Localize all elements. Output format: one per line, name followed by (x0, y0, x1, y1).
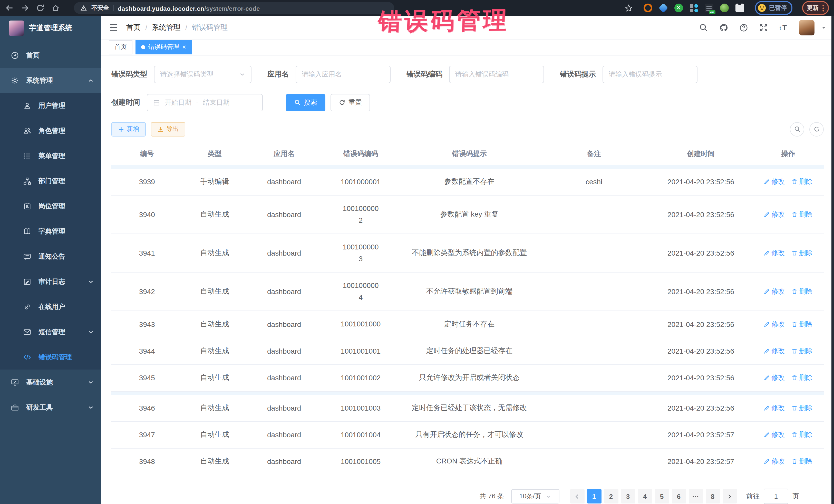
next-page-button[interactable] (722, 489, 737, 503)
goto-page-input[interactable] (764, 489, 788, 504)
sidebar-item-system[interactable]: 系统管理 (0, 68, 101, 93)
edit-link[interactable]: 修改 (764, 177, 785, 187)
table-row[interactable]: 3944 自动生成 dashboard 1001001001 定时任务的处理器已… (111, 338, 824, 365)
extension-gem-icon[interactable] (659, 4, 667, 12)
table-row[interactable]: 3947 自动生成 dashboard 1001001004 只有开启状态的任务… (111, 422, 824, 448)
user-avatar[interactable] (799, 20, 814, 35)
page-number-button[interactable]: 5 (655, 489, 669, 503)
add-button[interactable]: 新增 (111, 122, 146, 136)
hamburger-icon[interactable] (109, 23, 118, 32)
page-number-button[interactable]: ··· (688, 489, 703, 503)
delete-link[interactable]: 删除 (791, 210, 812, 219)
search-button[interactable]: 搜索 (286, 94, 325, 111)
edit-link[interactable]: 修改 (764, 404, 785, 413)
sidebar-item-departments[interactable]: 部门管理 (0, 168, 101, 194)
caret-down-icon[interactable] (821, 25, 826, 30)
table-row[interactable]: 3946 自动生成 dashboard 1001001003 定时任务已经处于该… (111, 395, 824, 421)
sidebar-item-menus[interactable]: 菜单管理 (0, 143, 101, 168)
search-icon[interactable] (699, 23, 708, 32)
page-number-button[interactable]: 2 (604, 489, 618, 503)
github-icon[interactable] (719, 23, 728, 32)
date-range-picker[interactable]: 开始日期 - 结束日期 (147, 94, 263, 111)
extension-tampermonkey-icon[interactable]: on (704, 4, 713, 12)
app-name-input[interactable] (295, 66, 391, 83)
edit-link[interactable]: 修改 (764, 373, 785, 382)
table-row[interactable]: 3940 自动生成 dashboard 100100000 2 参数配置 key… (111, 195, 824, 234)
edit-link[interactable]: 修改 (764, 320, 785, 329)
page-number-button[interactable]: 4 (638, 489, 652, 503)
extensions-puzzle-icon[interactable] (735, 4, 744, 12)
delete-link[interactable]: 删除 (791, 430, 812, 440)
edit-link[interactable]: 修改 (764, 457, 785, 466)
browser-update-button[interactable]: 更新 (802, 1, 829, 15)
delete-link[interactable]: 删除 (791, 404, 812, 413)
error-type-select[interactable]: 请选择错误码类型 (154, 66, 251, 83)
fullscreen-icon[interactable] (759, 23, 768, 32)
table-row[interactable]: 3943 自动生成 dashboard 1001001000 定时任务不存在 2… (111, 311, 824, 338)
sidebar-item-online-users[interactable]: 在线用户 (0, 294, 101, 319)
delete-link[interactable]: 删除 (791, 177, 812, 187)
forward-icon[interactable] (21, 4, 29, 12)
page-number-button[interactable]: 6 (672, 489, 686, 503)
extension-x-icon[interactable]: ✕ (674, 4, 683, 12)
error-msg-input[interactable] (602, 66, 698, 83)
table-row[interactable]: 3939 手动编辑 dashboard 1001000001 参数配置不存在 c… (111, 169, 824, 195)
kebab-menu-icon[interactable] (822, 4, 824, 12)
delete-link[interactable]: 删除 (791, 287, 812, 297)
page-number-button[interactable]: 8 (705, 489, 720, 503)
page-scrollbar[interactable] (831, 16, 834, 504)
table-row[interactable]: 3942 自动生成 dashboard 100100000 4 不允许获取敏感配… (111, 272, 824, 311)
breadcrumb-system[interactable]: 系统管理 (152, 23, 181, 32)
back-icon[interactable] (5, 4, 14, 12)
edit-link[interactable]: 修改 (764, 248, 785, 258)
edit-link[interactable]: 修改 (764, 287, 785, 297)
page-number-button[interactable]: 1 (587, 489, 601, 503)
sidebar-item-home[interactable]: 首页 (0, 43, 101, 68)
sidebar-item-dictionary[interactable]: 字典管理 (0, 219, 101, 244)
sidebar-item-infrastructure[interactable]: 基础设施 (0, 370, 101, 395)
sidebar-item-dev-tools[interactable]: 研发工具 (0, 395, 101, 420)
reload-icon[interactable] (36, 4, 45, 12)
show-search-button[interactable] (790, 122, 804, 136)
sidebar-item-audit-log[interactable]: 审计日志 (0, 269, 101, 294)
url-text[interactable]: dashboard.yudao.iocoder.cn/system/error-… (118, 3, 260, 13)
sidebar-item-sms[interactable]: 短信管理 (0, 319, 101, 344)
tab-error-code[interactable]: 错误码管理 × (135, 40, 192, 54)
delete-link[interactable]: 删除 (791, 248, 812, 258)
page-number-button[interactable]: 3 (621, 489, 635, 503)
paused-extension-pill[interactable]: 已暂停 (755, 1, 792, 15)
extension-ring-icon[interactable] (643, 4, 652, 12)
table-row[interactable]: 3945 自动生成 dashboard 1001001002 只允许修改为开启或… (111, 365, 824, 391)
delete-link[interactable]: 删除 (791, 457, 812, 466)
font-size-icon[interactable]: tT (779, 23, 788, 32)
error-code-input[interactable] (449, 66, 544, 83)
sidebar-item-posts[interactable]: 岗位管理 (0, 194, 101, 219)
delete-link[interactable]: 删除 (791, 320, 812, 329)
edit-link[interactable]: 修改 (764, 210, 785, 219)
sidebar-item-error-code[interactable]: 错误码管理 (0, 344, 101, 370)
home-icon[interactable] (51, 4, 60, 12)
edit-link[interactable]: 修改 (764, 346, 785, 356)
refresh-table-button[interactable] (809, 122, 824, 136)
sidebar-item-users[interactable]: 用户管理 (0, 93, 101, 118)
app-logo-row[interactable]: 芋道管理系统 (0, 16, 101, 41)
extension-sprout-icon[interactable] (720, 4, 728, 12)
edit-link[interactable]: 修改 (764, 430, 785, 440)
security-label[interactable]: 不安全 (91, 4, 109, 12)
table-row[interactable]: 3948 自动生成 dashboard 1001001005 CRON 表达式不… (111, 448, 824, 475)
close-icon[interactable]: × (182, 44, 186, 50)
page-size-select[interactable]: 10条/页 (511, 489, 559, 503)
table-row[interactable]: 3941 自动生成 dashboard 100100000 3 不能删除类型为系… (111, 234, 824, 272)
export-button[interactable]: 导出 (151, 122, 185, 136)
prev-page-button[interactable] (570, 489, 584, 503)
bookmark-star-icon[interactable] (624, 4, 633, 12)
sidebar-item-announcements[interactable]: 通知公告 (0, 244, 101, 269)
tab-home[interactable]: 首页 (109, 40, 132, 54)
breadcrumb-home[interactable]: 首页 (126, 23, 140, 32)
delete-link[interactable]: 删除 (791, 346, 812, 356)
reset-button[interactable]: 重置 (331, 94, 370, 111)
address-bar[interactable]: 不安全 dashboard.yudao.iocoder.cn/system/er… (74, 2, 394, 14)
help-icon[interactable] (739, 23, 748, 32)
extension-grid-icon[interactable] (689, 4, 698, 12)
delete-link[interactable]: 删除 (791, 373, 812, 382)
